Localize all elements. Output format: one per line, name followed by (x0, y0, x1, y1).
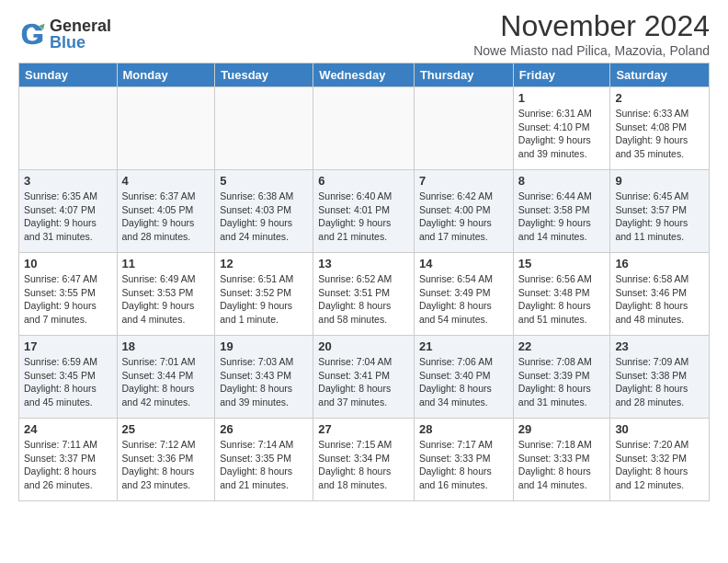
calendar-cell: 17Sunrise: 6:59 AM Sunset: 3:45 PM Dayli… (19, 336, 118, 419)
day-info: Sunrise: 6:31 AM Sunset: 4:10 PM Dayligh… (518, 107, 606, 161)
calendar-header-row: SundayMondayTuesdayWednesdayThursdayFrid… (19, 63, 710, 87)
day-number: 22 (518, 339, 606, 353)
day-info: Sunrise: 7:12 AM Sunset: 3:36 PM Dayligh… (122, 438, 210, 492)
column-header-monday: Monday (117, 63, 215, 87)
day-number: 8 (518, 174, 606, 188)
day-number: 14 (419, 257, 508, 270)
day-number: 20 (318, 339, 409, 353)
day-number: 25 (122, 422, 210, 436)
day-info: Sunrise: 7:01 AM Sunset: 3:44 PM Dayligh… (122, 355, 210, 409)
day-number: 21 (419, 339, 508, 353)
calendar-cell: 7Sunrise: 6:42 AM Sunset: 4:00 PM Daylig… (414, 170, 513, 253)
column-header-wednesday: Wednesday (313, 63, 415, 87)
day-number: 1 (518, 91, 606, 105)
calendar-cell: 4Sunrise: 6:37 AM Sunset: 4:05 PM Daylig… (117, 170, 215, 253)
day-number: 29 (518, 422, 606, 436)
calendar-cell: 18Sunrise: 7:01 AM Sunset: 3:44 PM Dayli… (117, 336, 215, 419)
day-number: 5 (220, 174, 308, 188)
calendar-cell: 27Sunrise: 7:15 AM Sunset: 3:34 PM Dayli… (313, 419, 415, 501)
header: General Blue November 2024 Nowe Miasto n… (0, 0, 728, 63)
logo-text: General Blue (50, 17, 111, 51)
day-number: 15 (518, 257, 606, 270)
day-number: 12 (220, 257, 308, 270)
column-header-friday: Friday (513, 63, 610, 87)
title-section: November 2024 Nowe Miasto nad Pilica, Ma… (473, 9, 710, 58)
day-number: 2 (615, 91, 704, 105)
day-info: Sunrise: 6:44 AM Sunset: 3:58 PM Dayligh… (518, 190, 606, 244)
calendar-cell: 3Sunrise: 6:35 AM Sunset: 4:07 PM Daylig… (19, 170, 118, 253)
calendar-cell: 13Sunrise: 6:52 AM Sunset: 3:51 PM Dayli… (313, 253, 415, 336)
day-number: 13 (318, 257, 409, 270)
day-info: Sunrise: 7:20 AM Sunset: 3:32 PM Dayligh… (615, 438, 704, 492)
calendar-cell: 25Sunrise: 7:12 AM Sunset: 3:36 PM Dayli… (117, 419, 215, 501)
day-number: 7 (419, 174, 508, 188)
day-info: Sunrise: 6:49 AM Sunset: 3:53 PM Dayligh… (122, 272, 210, 327)
calendar-cell (215, 87, 313, 170)
calendar-cell: 9Sunrise: 6:45 AM Sunset: 3:57 PM Daylig… (610, 170, 710, 253)
calendar-cell: 23Sunrise: 7:09 AM Sunset: 3:38 PM Dayli… (610, 336, 710, 419)
calendar-wrap: SundayMondayTuesdayWednesdayThursdayFrid… (0, 63, 728, 511)
day-number: 4 (122, 174, 210, 188)
subtitle: Nowe Miasto nad Pilica, Mazovia, Poland (473, 43, 710, 58)
calendar-cell: 8Sunrise: 6:44 AM Sunset: 3:58 PM Daylig… (513, 170, 610, 253)
calendar-cell: 29Sunrise: 7:18 AM Sunset: 3:33 PM Dayli… (513, 419, 610, 501)
calendar-cell: 24Sunrise: 7:11 AM Sunset: 3:37 PM Dayli… (19, 419, 118, 501)
calendar-cell: 6Sunrise: 6:40 AM Sunset: 4:01 PM Daylig… (313, 170, 415, 253)
logo: General Blue (18, 17, 111, 51)
calendar-cell: 11Sunrise: 6:49 AM Sunset: 3:53 PM Dayli… (117, 253, 215, 336)
day-number: 26 (220, 422, 308, 436)
day-info: Sunrise: 7:09 AM Sunset: 3:38 PM Dayligh… (615, 355, 704, 409)
calendar-cell: 16Sunrise: 6:58 AM Sunset: 3:46 PM Dayli… (610, 253, 710, 336)
day-number: 3 (24, 174, 112, 188)
logo-blue-text: Blue (50, 34, 111, 51)
calendar-cell: 22Sunrise: 7:08 AM Sunset: 3:39 PM Dayli… (513, 336, 610, 419)
day-number: 30 (615, 422, 704, 436)
calendar-cell: 20Sunrise: 7:04 AM Sunset: 3:41 PM Dayli… (313, 336, 415, 419)
calendar-cell (414, 87, 513, 170)
week-row-4: 17Sunrise: 6:59 AM Sunset: 3:45 PM Dayli… (19, 336, 710, 419)
week-row-1: 1Sunrise: 6:31 AM Sunset: 4:10 PM Daylig… (19, 87, 710, 170)
day-number: 6 (318, 174, 409, 188)
week-row-3: 10Sunrise: 6:47 AM Sunset: 3:55 PM Dayli… (19, 253, 710, 336)
calendar-cell: 12Sunrise: 6:51 AM Sunset: 3:52 PM Dayli… (215, 253, 313, 336)
day-info: Sunrise: 6:35 AM Sunset: 4:07 PM Dayligh… (24, 190, 112, 244)
day-info: Sunrise: 6:42 AM Sunset: 4:00 PM Dayligh… (419, 190, 508, 244)
column-header-sunday: Sunday (19, 63, 118, 87)
calendar-cell (19, 87, 118, 170)
day-number: 18 (122, 339, 210, 353)
day-number: 11 (122, 257, 210, 270)
calendar-cell: 19Sunrise: 7:03 AM Sunset: 3:43 PM Dayli… (215, 336, 313, 419)
day-number: 27 (318, 422, 409, 436)
calendar-cell: 5Sunrise: 6:38 AM Sunset: 4:03 PM Daylig… (215, 170, 313, 253)
calendar-cell: 30Sunrise: 7:20 AM Sunset: 3:32 PM Dayli… (610, 419, 710, 501)
day-info: Sunrise: 7:08 AM Sunset: 3:39 PM Dayligh… (518, 355, 606, 409)
day-number: 9 (615, 174, 704, 188)
day-info: Sunrise: 6:51 AM Sunset: 3:52 PM Dayligh… (220, 272, 308, 327)
calendar-table: SundayMondayTuesdayWednesdayThursdayFrid… (18, 63, 710, 501)
logo-icon (18, 20, 46, 48)
day-info: Sunrise: 6:56 AM Sunset: 3:48 PM Dayligh… (518, 272, 606, 327)
day-info: Sunrise: 6:37 AM Sunset: 4:05 PM Dayligh… (122, 190, 210, 244)
day-info: Sunrise: 7:14 AM Sunset: 3:35 PM Dayligh… (220, 438, 308, 492)
column-header-thursday: Thursday (414, 63, 513, 87)
day-number: 10 (24, 257, 112, 270)
calendar-cell: 26Sunrise: 7:14 AM Sunset: 3:35 PM Dayli… (215, 419, 313, 501)
day-info: Sunrise: 7:06 AM Sunset: 3:40 PM Dayligh… (419, 355, 508, 409)
week-row-5: 24Sunrise: 7:11 AM Sunset: 3:37 PM Dayli… (19, 419, 710, 501)
day-info: Sunrise: 7:03 AM Sunset: 3:43 PM Dayligh… (220, 355, 308, 409)
calendar-cell: 14Sunrise: 6:54 AM Sunset: 3:49 PM Dayli… (414, 253, 513, 336)
calendar-cell (313, 87, 415, 170)
calendar-cell: 10Sunrise: 6:47 AM Sunset: 3:55 PM Dayli… (19, 253, 118, 336)
day-info: Sunrise: 7:11 AM Sunset: 3:37 PM Dayligh… (24, 438, 112, 492)
day-number: 19 (220, 339, 308, 353)
day-info: Sunrise: 7:17 AM Sunset: 3:33 PM Dayligh… (419, 438, 508, 492)
day-info: Sunrise: 6:47 AM Sunset: 3:55 PM Dayligh… (24, 272, 112, 327)
day-info: Sunrise: 6:54 AM Sunset: 3:49 PM Dayligh… (419, 272, 508, 327)
day-info: Sunrise: 6:59 AM Sunset: 3:45 PM Dayligh… (24, 355, 112, 409)
day-info: Sunrise: 6:45 AM Sunset: 3:57 PM Dayligh… (615, 190, 704, 244)
day-number: 24 (24, 422, 112, 436)
calendar-cell (117, 87, 215, 170)
column-header-saturday: Saturday (610, 63, 710, 87)
month-title: November 2024 (473, 9, 710, 43)
calendar-cell: 15Sunrise: 6:56 AM Sunset: 3:48 PM Dayli… (513, 253, 610, 336)
